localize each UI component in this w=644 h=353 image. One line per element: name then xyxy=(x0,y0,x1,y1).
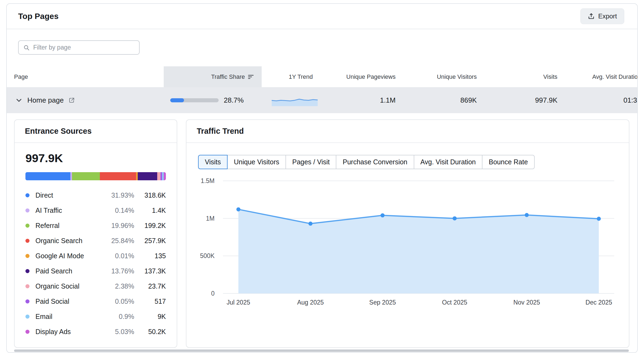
table-toolbar xyxy=(7,29,637,55)
filter-input[interactable] xyxy=(33,44,134,51)
entrance-sources-title: Entrance Sources xyxy=(15,120,177,143)
column-header-label: 1Y Trend xyxy=(289,73,313,80)
source-percent: 0.05% xyxy=(94,298,134,305)
source-color-dot xyxy=(25,284,29,288)
column-header-label: Unique Visitors xyxy=(437,73,477,80)
entrance-source-row-google-ai-mode: Google AI Mode0.01%135 xyxy=(25,248,166,263)
filter-field xyxy=(18,40,140,55)
source-color-dot xyxy=(25,193,29,197)
trend-chart-area: 1.5M1M500K0Jul 2025Aug 2025Sep 2025Oct 2… xyxy=(186,175,629,327)
data-point-jul-2025 xyxy=(236,207,241,211)
source-label: Direct xyxy=(35,191,94,199)
data-point-aug-2025 xyxy=(308,222,313,226)
column-header-avg-visit-duration[interactable]: Avg. Visit Duration xyxy=(566,66,638,87)
source-percent: 2.38% xyxy=(94,282,134,290)
horizontal-scrollbar[interactable] xyxy=(14,349,629,352)
entrance-source-row-display-ads: Display Ads5.03%50.2K xyxy=(25,324,166,339)
tab-purchase-conversion[interactable]: Purchase Conversion xyxy=(336,155,414,169)
tab-unique-visitors[interactable]: Unique Visitors xyxy=(227,155,286,169)
page-cell: Home page xyxy=(7,87,164,113)
column-header-visits[interactable]: Visits xyxy=(485,66,566,87)
entrance-source-row-ai-traffic: AI Traffic0.14%1.4K xyxy=(25,203,166,218)
source-value: 50.2K xyxy=(134,328,166,336)
search-icon xyxy=(23,44,30,51)
tab-pages-visit[interactable]: Pages / Visit xyxy=(285,155,337,169)
open-page-link[interactable] xyxy=(68,97,75,103)
entrance-source-row-email: Email0.9%9K xyxy=(25,309,166,324)
data-point-dec-2025 xyxy=(597,217,601,221)
bar-segment-display-ads xyxy=(164,172,166,180)
x-axis-label: Oct 2025 xyxy=(442,299,467,306)
area-fill xyxy=(238,209,599,293)
unique-visitors-value: 869K xyxy=(460,96,477,104)
trend-chart: 1.5M1M500K0Jul 2025Aug 2025Sep 2025Oct 2… xyxy=(186,175,629,327)
source-percent: 0.01% xyxy=(94,252,134,260)
page-title: Top Pages xyxy=(18,12,58,21)
source-label: Paid Social xyxy=(35,298,94,305)
entrance-sources-list: Direct31.93%318.6KAI Traffic0.14%1.4KRef… xyxy=(25,188,166,339)
source-label: Organic Search xyxy=(35,237,94,245)
export-button[interactable]: Export xyxy=(580,8,624,24)
table-row-home-page[interactable]: Home page 28.7% 1 xyxy=(7,87,638,113)
source-color-dot xyxy=(25,224,29,228)
sort-icon xyxy=(248,74,254,80)
trend-cell xyxy=(262,87,327,113)
entrance-sources-bar xyxy=(25,172,166,180)
source-percent: 19.96% xyxy=(94,222,134,230)
table-header-row: PageTraffic Share1Y TrendUnique Pageview… xyxy=(7,66,638,87)
y-axis-label: 0 xyxy=(211,290,215,297)
collapse-row-button[interactable] xyxy=(15,96,23,104)
entrance-source-row-direct: Direct31.93%318.6K xyxy=(25,188,166,203)
bar-segment-organic-social xyxy=(157,172,160,180)
entrance-source-row-paid-social: Paid Social0.05%517 xyxy=(25,294,166,309)
x-axis-label: Jul 2025 xyxy=(227,299,250,306)
source-color-dot xyxy=(25,239,29,243)
source-label: Paid Search xyxy=(35,267,94,275)
data-point-nov-2025 xyxy=(525,213,529,217)
column-header-unique-pageviews[interactable]: Unique Pageviews xyxy=(327,66,404,87)
column-header-traffic-share[interactable]: Traffic Share xyxy=(164,66,262,87)
entrance-sources-body: 997.9K Direct31.93%318.6KAI Traffic0.14%… xyxy=(15,152,177,339)
export-label: Export xyxy=(598,12,617,20)
tab-bounce-rate[interactable]: Bounce Rate xyxy=(482,155,535,169)
bar-segment-organic-search xyxy=(100,172,136,180)
traffic-share-fill xyxy=(170,98,184,102)
tab-avg-visit-duration[interactable]: Avg. Visit Duration xyxy=(414,155,483,169)
panel-header: Top Pages Export xyxy=(7,4,637,29)
source-label: Display Ads xyxy=(35,328,94,336)
x-axis-label: Nov 2025 xyxy=(513,299,540,306)
source-color-dot xyxy=(25,269,29,273)
external-link-icon xyxy=(68,97,75,103)
entrance-source-row-organic-search: Organic Search25.84%257.9K xyxy=(25,233,166,248)
source-color-dot xyxy=(25,315,29,319)
trend-tabs: VisitsUnique VisitorsPages / VisitPurcha… xyxy=(198,155,535,169)
y-axis-label: 500K xyxy=(200,252,215,259)
source-label: Google AI Mode xyxy=(35,252,94,260)
source-label: Email xyxy=(35,313,94,321)
x-axis-label: Aug 2025 xyxy=(297,299,324,306)
x-axis-label: Sep 2025 xyxy=(369,299,396,306)
export-icon xyxy=(588,13,595,20)
source-label: Organic Social xyxy=(35,282,94,290)
avg-visit-duration-cell: 01:31 xyxy=(566,87,638,113)
tab-visits[interactable]: Visits xyxy=(198,155,228,169)
expanded-row-detail: Entrance Sources 997.9K Direct31.93%318.… xyxy=(7,113,637,348)
source-color-dot xyxy=(25,330,29,334)
column-header-unique-visitors[interactable]: Unique Visitors xyxy=(404,66,485,87)
entrance-total: 997.9K xyxy=(25,152,166,165)
column-header-page[interactable]: Page xyxy=(7,66,164,87)
column-header-label: Unique Pageviews xyxy=(346,73,396,80)
source-value: 23.7K xyxy=(134,282,166,290)
column-header-1y-trend[interactable]: 1Y Trend xyxy=(262,66,327,87)
y-axis-label: 1M xyxy=(206,215,215,222)
sparkline-chart xyxy=(271,94,318,106)
source-percent: 25.84% xyxy=(94,237,134,245)
traffic-trend-card: Traffic Trend VisitsUnique VisitorsPages… xyxy=(186,119,629,348)
source-label: AI Traffic xyxy=(35,207,94,214)
source-color-dot xyxy=(25,299,29,303)
column-header-label: Visits xyxy=(543,73,557,80)
source-color-dot xyxy=(25,208,29,213)
page-name: Home page xyxy=(27,96,64,104)
column-header-label: Traffic Share xyxy=(211,73,245,80)
bar-segment-referral xyxy=(72,172,100,180)
